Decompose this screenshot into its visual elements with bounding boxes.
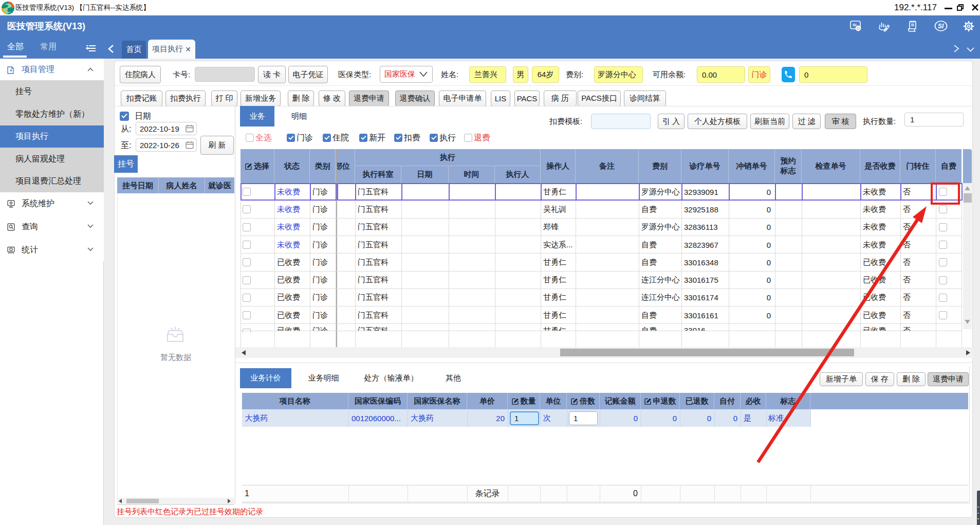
svg-text:SI: SI	[853, 23, 857, 27]
svg-text:SI: SI	[938, 23, 944, 30]
